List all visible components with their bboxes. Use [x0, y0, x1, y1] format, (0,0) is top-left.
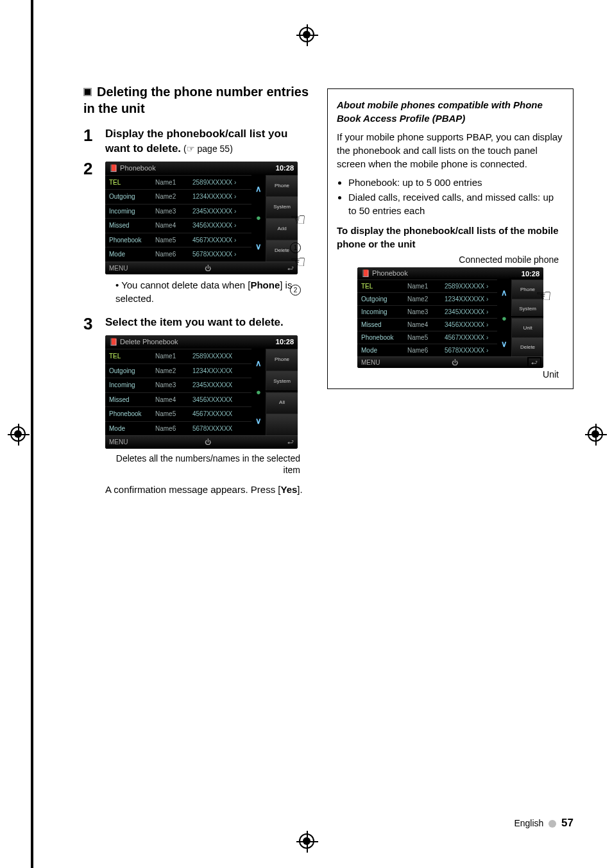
footer-page-number: 57 [561, 817, 574, 829]
row-name[interactable]: Name2 [405, 293, 442, 305]
row-name[interactable]: Name5 [153, 233, 190, 247]
device-screenshot-pbap: 📕 Phonebook10:28 TELName12589XXXXXX › Ou… [357, 267, 543, 368]
cat-tel[interactable]: TEL [105, 176, 153, 190]
info-box: About mobile phones compatible with Phon… [327, 88, 574, 389]
footer-dot-icon [548, 820, 556, 828]
cat-outgoing[interactable]: Outgoing [105, 364, 153, 378]
step-body: Display the phonebook/call list you want… [105, 127, 313, 156]
pointer-hand-icon: ☜ [212, 358, 228, 382]
side-btn-system[interactable]: System [266, 371, 298, 392]
step-3: 3 Select the item you want to delete. 📕 … [83, 315, 313, 499]
side-btn-delete[interactable]: Delete [511, 337, 543, 356]
row-name[interactable]: Name4 [405, 319, 442, 331]
scroll-down-icon[interactable]: ∨ [251, 406, 266, 435]
info-box-subhead: To display the phonebook/call lists of t… [337, 224, 564, 251]
side-btn-phone[interactable]: Phone [266, 175, 298, 197]
cat-incoming[interactable]: Incoming [357, 306, 405, 318]
step-body: Select the item you want to delete. 📕 De… [105, 315, 313, 499]
screenshot-caption: Deletes all the numbers/names in the sel… [105, 453, 300, 477]
pointer-hand-icon: ☜1 [290, 208, 313, 256]
list-item: Phonebook: up to 5 000 entries [348, 176, 564, 189]
step-3-instruction: Select the item you want to delete. [105, 316, 284, 328]
cat-mode[interactable]: Mode [105, 247, 153, 262]
right-column: About mobile phones compatible with Phon… [327, 88, 557, 389]
registration-mark-top [299, 27, 314, 42]
row-name[interactable]: Name5 [153, 407, 190, 421]
step-body: 📕 Phonebook10:28 TELName12589XXXXXX › Ou… [105, 160, 313, 312]
row-name[interactable]: Name3 [153, 378, 190, 392]
device-screenshot-delete: 📕 Delete Phonebook10:28 TELName12589XXXX… [105, 335, 298, 448]
row-name[interactable]: Name3 [405, 306, 442, 318]
pointer-hand-icon: ☜2 [290, 250, 313, 299]
page: Deleting the phone number entries in the… [0, 0, 612, 868]
scroll-up-icon[interactable]: ∧ [251, 175, 266, 204]
row-name[interactable]: Name2 [153, 364, 190, 378]
pointer-hand-icon: ☜ [536, 285, 552, 306]
left-column: Deleting the phone number entries in the… [83, 83, 313, 503]
screen-title: Delete Phonebook [120, 338, 178, 346]
step-1: 1 Display the phonebook/call list you wa… [83, 127, 313, 156]
side-btn-unit[interactable]: Unit [511, 318, 543, 337]
cat-phonebook[interactable]: Phonebook [105, 407, 153, 421]
square-bullet-icon [83, 88, 92, 96]
cat-outgoing[interactable]: Outgoing [357, 293, 405, 305]
row-name[interactable]: Name1 [153, 349, 190, 363]
registration-mark-bottom [299, 833, 314, 849]
menu-button[interactable]: MENU [109, 438, 128, 447]
trim-line [31, 0, 33, 868]
cat-missed[interactable]: Missed [357, 319, 405, 331]
page-reference: (☞ page 55) [181, 144, 233, 154]
back-button[interactable]: ⮐ [529, 359, 540, 366]
row-name[interactable]: Name1 [153, 176, 190, 190]
scroll-down-icon[interactable]: ∨ [251, 233, 266, 262]
cat-outgoing[interactable]: Outgoing [105, 190, 153, 204]
row-name[interactable]: Name6 [405, 344, 442, 356]
menu-button[interactable]: MENU [109, 264, 128, 273]
screen-clock: 10:28 [276, 163, 294, 173]
row-name[interactable]: Name4 [153, 393, 190, 407]
callout-label-top: Connected mobile phone [337, 255, 559, 265]
step-2-note: • You cannot delete data when [Phone] is… [115, 278, 313, 305]
row-name[interactable]: Name6 [153, 422, 190, 436]
list-item: Dialed calls, received calls, and missed… [348, 190, 564, 217]
page-footer: English 57 [514, 817, 574, 830]
screen-title: Phonebook [372, 269, 408, 277]
scroll-down-icon[interactable]: ∨ [497, 331, 511, 356]
cat-tel[interactable]: TEL [105, 349, 153, 363]
row-name[interactable]: Name2 [153, 190, 190, 204]
cat-missed[interactable]: Missed [105, 393, 153, 407]
confirmation-note: A confirmation message appears. Press [Y… [105, 483, 313, 496]
row-name[interactable]: Name3 [153, 204, 190, 219]
info-box-body: If your mobile phone supports PBAP, you … [337, 130, 564, 171]
side-btn-all[interactable]: All [266, 392, 298, 414]
back-button[interactable]: ⮐ [287, 438, 294, 447]
section-heading: Deleting the phone number entries in the… [83, 83, 313, 117]
scroll-up-icon[interactable]: ∧ [497, 280, 511, 305]
cat-missed[interactable]: Missed [105, 219, 153, 233]
side-btn-empty [266, 413, 298, 435]
cat-incoming[interactable]: Incoming [105, 378, 153, 392]
row-name[interactable]: Name1 [405, 280, 442, 292]
step-2: 2 📕 Phonebook10:28 TELName12589XXXXXX › … [83, 160, 313, 312]
row-name[interactable]: Name5 [405, 331, 442, 344]
step-number: 1 [83, 127, 105, 156]
cat-incoming[interactable]: Incoming [105, 204, 153, 219]
cat-mode[interactable]: Mode [357, 344, 405, 356]
cat-phonebook[interactable]: Phonebook [105, 233, 153, 247]
cat-tel[interactable]: TEL [357, 280, 405, 292]
registration-mark-left [10, 426, 26, 442]
cat-phonebook[interactable]: Phonebook [357, 331, 405, 344]
scroll-up-icon[interactable]: ∧ [251, 349, 266, 378]
section-heading-text: Deleting the phone number entries in the… [83, 85, 309, 115]
callout-label-bottom: Unit [337, 369, 559, 380]
device-screenshot-phonebook: 📕 Phonebook10:28 TELName12589XXXXXX › Ou… [105, 162, 298, 274]
step-number: 2 [83, 160, 105, 312]
footer-language: English [514, 818, 543, 828]
info-box-title: About mobile phones compatible with Phon… [337, 98, 564, 125]
menu-button[interactable]: MENU [361, 359, 380, 366]
row-name[interactable]: Name4 [153, 219, 190, 233]
side-btn-phone[interactable]: Phone [266, 349, 298, 371]
screen-clock: 10:28 [276, 337, 294, 347]
cat-mode[interactable]: Mode [105, 422, 153, 436]
row-name[interactable]: Name6 [153, 247, 190, 262]
